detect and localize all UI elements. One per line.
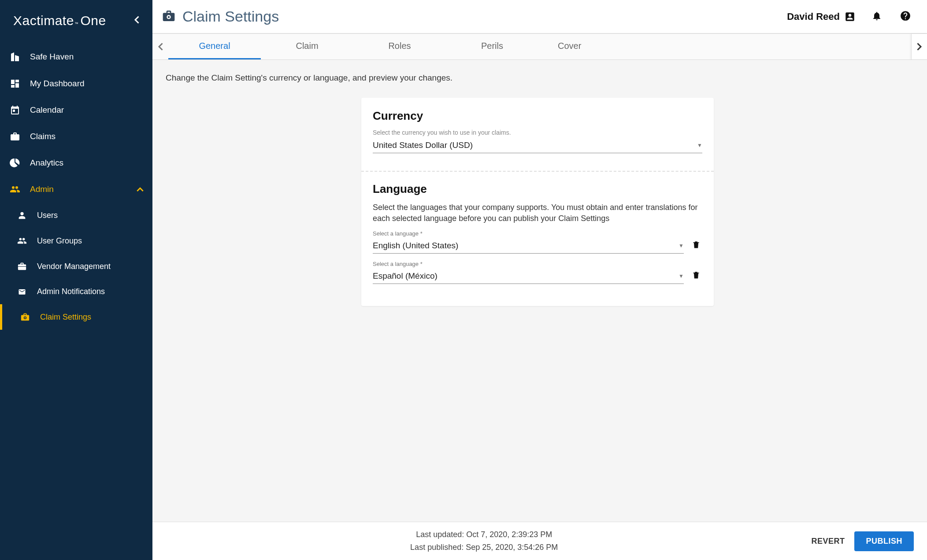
bell-icon	[871, 10, 882, 22]
language-desc: Select the languages that your company s…	[373, 202, 702, 224]
revert-button[interactable]: REVERT	[811, 537, 845, 546]
brand-logo: Xactimate™ One	[13, 13, 106, 28]
sidebar-item-label: User Groups	[37, 236, 82, 246]
trash-icon	[692, 239, 701, 250]
language-select-0[interactable]: English (United States) ▼	[373, 238, 684, 254]
delete-language-button-0[interactable]	[690, 238, 702, 254]
topbar: Claim Settings David Reed	[152, 0, 927, 34]
sidebar-collapse-button[interactable]	[131, 12, 142, 29]
tab-label: Roles	[388, 41, 411, 51]
help-button[interactable]	[900, 10, 911, 23]
sidebar-item-my-dashboard[interactable]: My Dashboard	[0, 70, 152, 97]
admin-subnav: Users User Groups Vendor Management Admi…	[0, 203, 152, 330]
help-icon	[900, 10, 911, 22]
sidebar-item-admin-notifications[interactable]: Admin Notifications	[0, 279, 152, 304]
sidebar-item-label: Vendor Management	[37, 262, 111, 271]
briefcase-gear-icon	[20, 312, 30, 322]
sidebar: Xactimate™ One Safe Haven My Dashboard C…	[0, 0, 152, 560]
topbar-icons	[871, 10, 911, 23]
tab-general[interactable]: General	[168, 34, 261, 59]
person-icon	[17, 210, 27, 220]
sidebar-item-label: Claim Settings	[40, 313, 91, 322]
mail-icon	[17, 288, 27, 296]
language-row-1: Select a language * Español (México) ▼	[373, 261, 702, 284]
sidebar-item-analytics[interactable]: Analytics	[0, 150, 152, 176]
tab-label: Perils	[481, 41, 503, 51]
content-scroll[interactable]: Change the Claim Setting's currency or l…	[152, 60, 927, 522]
nav-list: Safe Haven My Dashboard Calendar Claims …	[0, 43, 152, 203]
people-icon	[9, 184, 21, 195]
tab-perils[interactable]: Perils	[446, 34, 538, 59]
brand-tm: ™	[74, 22, 79, 26]
language-value: English (United States)	[373, 241, 458, 251]
sidebar-item-admin[interactable]: Admin	[0, 176, 152, 203]
sidebar-item-claims[interactable]: Claims	[0, 123, 152, 150]
tab-scroll-left[interactable]	[152, 34, 168, 59]
currency-heading: Currency	[373, 109, 702, 123]
brand-name-1: Xactimate	[13, 13, 74, 28]
sidebar-item-user-groups[interactable]: User Groups	[0, 228, 152, 254]
briefcase-solid-icon	[17, 262, 27, 271]
tab-claim[interactable]: Claim	[261, 34, 353, 59]
dropdown-caret-icon: ▼	[697, 142, 702, 148]
chevron-right-icon	[917, 43, 922, 51]
tab-label: General	[199, 41, 230, 51]
page-title: Claim Settings	[182, 8, 279, 25]
content-inner: Change the Claim Setting's currency or l…	[152, 60, 927, 324]
user-menu[interactable]: David Reed	[787, 11, 856, 22]
sidebar-item-label: Calendar	[30, 105, 64, 115]
language-field-label: Select a language *	[373, 261, 702, 267]
dropdown-caret-icon: ▼	[679, 243, 684, 249]
account-box-icon	[844, 11, 856, 22]
pie-chart-icon	[10, 158, 20, 168]
delete-language-button-1[interactable]	[690, 268, 702, 284]
trash-icon	[692, 270, 701, 280]
briefcase-icon	[10, 131, 20, 142]
sidebar-item-calendar[interactable]: Calendar	[0, 97, 152, 123]
sidebar-item-label: Users	[37, 211, 58, 220]
dashboard-icon	[10, 78, 20, 89]
currency-section: Currency Select the currency you wish to…	[373, 109, 702, 171]
sidebar-item-claim-settings[interactable]: Claim Settings	[0, 304, 152, 330]
sidebar-item-label: Admin	[30, 184, 54, 194]
sidebar-item-users[interactable]: Users	[0, 203, 152, 228]
footer-actions: REVERT PUBLISH	[811, 531, 914, 551]
briefcase-gear-icon	[161, 9, 176, 25]
group-icon	[17, 236, 27, 246]
currency-hint: Select the currency you wish to use in y…	[373, 129, 702, 136]
sidebar-item-vendor-management[interactable]: Vendor Management	[0, 254, 152, 279]
section-divider	[361, 171, 714, 172]
calendar-icon	[10, 105, 20, 115]
sidebar-item-safe-haven[interactable]: Safe Haven	[0, 43, 152, 70]
tab-scroll-right[interactable]	[911, 34, 927, 59]
chevron-left-icon	[134, 16, 139, 24]
intro-text: Change the Claim Setting's currency or l…	[166, 73, 909, 83]
notifications-button[interactable]	[871, 10, 882, 23]
language-value: Español (México)	[373, 271, 438, 281]
publish-button[interactable]: PUBLISH	[854, 531, 914, 551]
footer-bar: Last updated: Oct 7, 2020, 2:39:23 PM La…	[152, 522, 927, 560]
sidebar-item-label: Analytics	[30, 158, 63, 168]
last-published-text: Last published: Sep 25, 2020, 3:54:26 PM	[166, 541, 802, 554]
tab-roles[interactable]: Roles	[353, 34, 446, 59]
page-title-wrap: Claim Settings	[161, 8, 279, 25]
chevron-up-icon	[137, 187, 144, 192]
sidebar-item-label: Safe Haven	[30, 52, 74, 62]
currency-select[interactable]: United States Dollar (USD) ▼	[373, 138, 702, 153]
sidebar-item-label: Admin Notifications	[37, 287, 105, 296]
tab-cover[interactable]: Cover	[538, 34, 601, 59]
main-area: Claim Settings David Reed General Claim …	[152, 0, 927, 560]
tab-label: Cover	[558, 41, 581, 51]
last-updated-text: Last updated: Oct 7, 2020, 2:39:23 PM	[166, 528, 802, 541]
brand-name-2: One	[80, 13, 106, 28]
language-row-0: Select a language * English (United Stat…	[373, 230, 702, 254]
sidebar-item-label: My Dashboard	[30, 79, 85, 88]
tab-strip: General Claim Roles Perils Cover	[152, 34, 927, 60]
currency-field: United States Dollar (USD) ▼	[373, 138, 702, 153]
language-section: Language Select the languages that your …	[373, 182, 702, 302]
tab-label: Claim	[296, 41, 318, 51]
sidebar-item-label: Claims	[30, 132, 56, 141]
tab-row: General Claim Roles Perils Cover	[168, 34, 911, 59]
language-select-1[interactable]: Español (México) ▼	[373, 269, 684, 284]
chevron-left-icon	[158, 43, 163, 51]
